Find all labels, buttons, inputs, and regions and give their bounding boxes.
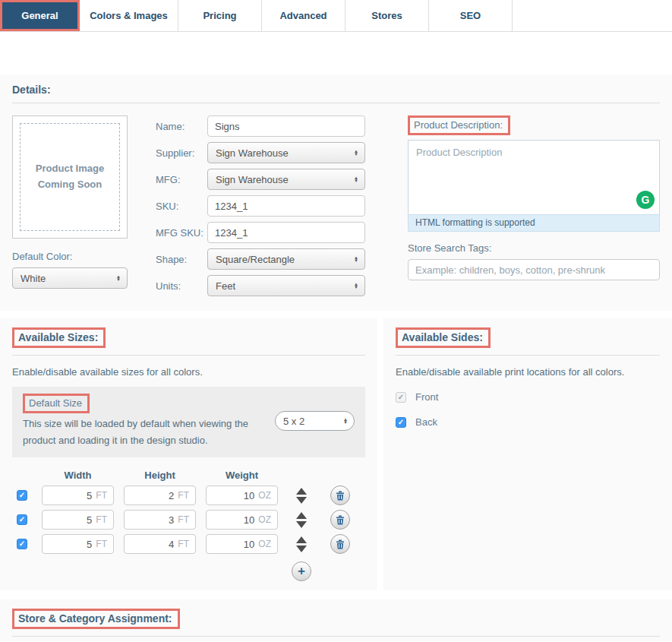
weight-input[interactable]: 10 OZ (206, 485, 278, 505)
name-label: Name: (156, 121, 207, 132)
weight-column-header: Weight (206, 470, 278, 481)
details-heading: Details: (12, 84, 51, 96)
tab-advanced[interactable]: Advanced (262, 0, 345, 31)
default-color-select[interactable]: White (12, 267, 128, 289)
sku-input[interactable] (207, 195, 365, 217)
available-sizes-description: Enable/disable available sizes for all c… (12, 366, 365, 378)
width-input[interactable]: 5 FT (42, 485, 114, 505)
trash-icon (336, 491, 345, 501)
size-enabled-checkbox[interactable] (17, 490, 27, 501)
panel-gap (377, 318, 383, 590)
tab-colors-images[interactable]: Colors & Images (80, 0, 178, 31)
default-size-label: Default Size (23, 394, 90, 413)
mfg-sku-label: MFG SKU: (156, 227, 207, 239)
default-size-box: Default Size This size will be loaded by… (12, 387, 365, 457)
tab-seo[interactable]: SEO (429, 0, 513, 31)
tab-stores[interactable]: Stores (345, 0, 429, 31)
size-row: 5 FT 3 FT 10 OZ (12, 510, 365, 530)
tab-pricing[interactable]: Pricing (178, 0, 262, 31)
weight-input[interactable]: 10 OZ (206, 534, 278, 554)
select-caret-icon (116, 275, 121, 282)
details-panel: Details: Product Image Coming Soon Defau… (0, 74, 672, 311)
weight-input[interactable]: 10 OZ (206, 510, 278, 530)
trash-icon (336, 539, 345, 549)
height-input[interactable]: 3 FT (124, 510, 196, 530)
delete-size-button[interactable] (330, 485, 350, 505)
divider (12, 355, 365, 356)
size-enabled-checkbox[interactable] (17, 539, 27, 549)
store-category-panel: Store & Category Assignment: Status: Ina… (0, 599, 672, 642)
available-sides-heading: Available Sides: (396, 327, 491, 348)
tab-general[interactable]: General (0, 0, 80, 31)
side-row-back: Back (396, 416, 660, 428)
sort-row-handle[interactable] (288, 536, 315, 552)
default-size-desc-line2: product and loading it in the design stu… (23, 433, 266, 448)
available-sizes-heading: Available Sizes: (12, 327, 106, 348)
select-caret-icon (354, 256, 358, 263)
mfg-select[interactable]: Sign Warehouse (207, 169, 365, 190)
html-formatting-note: HTML formatting is supported (408, 214, 660, 232)
available-sides-panel: Available Sides: Enable/disable availabl… (383, 318, 672, 590)
size-row: 5 FT 2 FT 10 OZ (12, 485, 365, 505)
width-column-header: Width (42, 470, 114, 481)
front-side-checkbox (396, 392, 406, 403)
tab-content-spacer (0, 32, 672, 74)
default-size-select[interactable]: 5 x 2 (275, 411, 355, 431)
default-color-label: Default Color: (12, 251, 128, 262)
supplier-select[interactable]: Sign Warehouse (207, 142, 365, 163)
width-input[interactable]: 5 FT (42, 534, 114, 554)
store-search-tags-label: Store Search Tags: (408, 242, 660, 254)
select-caret-icon (354, 283, 358, 289)
product-description-textarea[interactable] (408, 140, 660, 214)
store-category-heading: Store & Category Assignment: (12, 609, 180, 629)
height-input[interactable]: 4 FT (124, 534, 196, 554)
available-sides-description: Enable/disable available print locations… (396, 366, 660, 378)
units-select[interactable]: Feet (207, 275, 365, 296)
product-description-label: Product Description: (408, 115, 510, 135)
delete-size-button[interactable] (330, 510, 350, 530)
section-gap (0, 590, 672, 599)
sort-row-handle[interactable] (288, 512, 315, 528)
side-row-front: Front (396, 391, 660, 403)
size-enabled-checkbox[interactable] (17, 514, 27, 525)
section-gap (0, 311, 672, 318)
select-caret-icon (354, 176, 358, 183)
name-input[interactable] (207, 115, 365, 137)
supplier-label: Supplier: (156, 147, 207, 159)
sort-row-handle[interactable] (288, 488, 315, 504)
available-sizes-panel: Available Sizes: Enable/disable availabl… (0, 318, 377, 590)
back-side-label: Back (415, 416, 437, 428)
image-placeholder-line1: Product Image (36, 161, 104, 177)
mfg-label: MFG: (156, 174, 207, 185)
mfg-sku-input[interactable] (207, 222, 365, 243)
divider (12, 103, 660, 103)
divider (12, 636, 660, 637)
sku-label: SKU: (156, 201, 207, 212)
divider (396, 355, 660, 356)
size-row: 5 FT 4 FT 10 OZ (12, 534, 365, 554)
store-search-tags-input[interactable] (408, 259, 660, 280)
select-caret-icon (343, 418, 348, 425)
add-size-button[interactable] (292, 561, 311, 581)
width-input[interactable]: 5 FT (42, 510, 114, 530)
shape-label: Shape: (156, 254, 207, 265)
delete-size-button[interactable] (330, 534, 350, 554)
height-input[interactable]: 2 FT (124, 485, 196, 505)
back-side-checkbox[interactable] (396, 417, 406, 428)
shape-select[interactable]: Square/Rectangle (207, 248, 365, 270)
tab-bar: General Colors & Images Pricing Advanced… (0, 0, 672, 32)
default-size-desc-line1: This size will be loaded by default when… (23, 416, 266, 432)
select-caret-icon (354, 150, 358, 157)
product-image-placeholder: Product Image Coming Soon (12, 115, 128, 239)
front-side-label: Front (415, 391, 438, 403)
trash-icon (336, 515, 345, 525)
image-placeholder-line2: Coming Soon (36, 177, 104, 193)
height-column-header: Height (124, 470, 196, 481)
grammarly-icon[interactable]: G (636, 191, 655, 209)
units-label: Units: (156, 280, 207, 292)
default-color-value: White (21, 273, 116, 284)
